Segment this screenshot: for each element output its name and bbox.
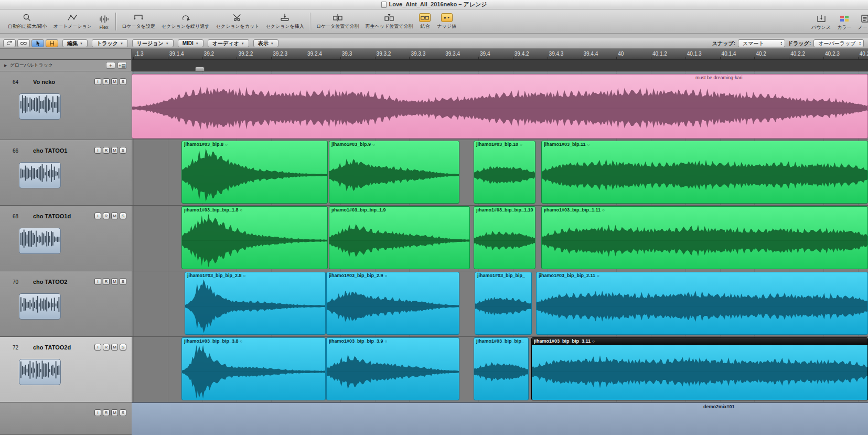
global-track-header[interactable]: ▶ グローバルトラック + +▤ xyxy=(0,60,132,71)
input-monitor-button[interactable]: I xyxy=(94,213,101,219)
toolbar-button-split-loc[interactable]: ロケータ位置で分割 xyxy=(313,12,362,32)
ruler-tick-label: 40.2.2 xyxy=(790,51,805,57)
toolbar-button-cut[interactable]: セクションをカット xyxy=(213,12,263,32)
solo-button[interactable]: S xyxy=(120,344,126,351)
toolbar-button-bounce[interactable]: バウンス xyxy=(808,13,834,33)
menu-表示[interactable]: 表示▼ xyxy=(253,39,278,47)
audio-region-demo2mix[interactable]: demo2mix#01 xyxy=(132,402,868,435)
global-track-lane[interactable] xyxy=(132,60,868,71)
audio-region[interactable]: jihamo1#03_bip_bip_3.8○ xyxy=(181,337,326,400)
mute-button[interactable]: M xyxy=(111,78,118,85)
toolbar-separator xyxy=(115,13,116,30)
insert-icon-box xyxy=(279,13,291,22)
toolbar-button-label: バウンス xyxy=(811,24,831,31)
audio-region[interactable]: jihamo1#03_bip.10○ xyxy=(474,141,535,204)
add-global-track-options-button[interactable]: +▤ xyxy=(117,62,127,69)
menu-トラック[interactable]: トラック▼ xyxy=(92,39,128,47)
marker[interactable] xyxy=(195,67,205,71)
audio-region[interactable]: jihamo1#03_bip_bip_2.11○ xyxy=(536,272,868,335)
toolbar-button-repeat[interactable]: セクションを繰り返す xyxy=(158,12,213,32)
track-lane: jihamo1#03_bip_bip_2.8○jihamo1#03_bip_bi… xyxy=(132,271,868,337)
audio-region[interactable]: jihamo1#03_bip_bip_2.8○ xyxy=(185,272,326,335)
audio-region[interactable]: jihamo1#03_bip_bip_1.11○ xyxy=(541,206,868,269)
solo-button[interactable]: S xyxy=(120,147,126,154)
record-enable-button[interactable]: R xyxy=(103,344,110,351)
toolbar-group: 自動的に拡大/縮小オートメーションFlex xyxy=(4,9,113,33)
toolbar-button-locators[interactable]: ロケータを設定 xyxy=(119,12,158,32)
mute-button[interactable]: M xyxy=(111,344,118,351)
ruler-tick-mark xyxy=(168,57,168,59)
pointer-tool-button[interactable] xyxy=(31,39,44,47)
audio-region[interactable]: jihamo1#03_bip_bip_3.11○ xyxy=(531,337,868,400)
track-header-cho-TATOO2d[interactable]: 72cho TATOO2dIRMS xyxy=(0,337,132,402)
input-monitor-button[interactable]: I xyxy=(94,344,101,351)
audio-region[interactable]: jihamo1#03_bip.8○ xyxy=(181,141,328,204)
audio-region[interactable]: jihamo1#03_bip_bip_ xyxy=(475,272,532,335)
bar-ruler[interactable]: .1.339.1.439.239.2.239.2.339.2.439.339.3… xyxy=(132,49,868,60)
toolbar-button-zoom[interactable]: 自動的に拡大/縮小 xyxy=(5,12,50,32)
disclosure-triangle-icon[interactable]: ▶ xyxy=(4,63,7,68)
menu-リージョン[interactable]: リージョン▼ xyxy=(132,39,174,47)
menu-編集[interactable]: 編集▼ xyxy=(62,39,88,47)
solo-button[interactable]: S xyxy=(120,213,126,219)
audio-region[interactable]: must be dreaming-kari xyxy=(132,74,868,139)
titlebar[interactable]: Love_Aint_All_2016neko – アレンジ xyxy=(0,0,868,9)
audio-region[interactable]: jihamo1#03_bip_bip_ xyxy=(474,337,529,400)
record-enable-button[interactable]: R xyxy=(103,278,110,285)
input-monitor-button[interactable]: I xyxy=(94,409,101,416)
mute-button[interactable]: M xyxy=(111,213,118,219)
track-header-Vo-neko[interactable]: 64Vo nekoIRMS xyxy=(0,71,132,140)
track-header-cho-TATOO2[interactable]: 70cho TATOO2IRMS xyxy=(0,271,132,337)
track-header-cho-TATOO1[interactable]: 66cho TATOO1IRMS xyxy=(0,140,132,206)
record-enable-button[interactable]: R xyxy=(103,213,110,219)
track-header-cho-TATOO1d[interactable]: 68cho TATOO1dIRMS xyxy=(0,206,132,271)
colors-icon-box xyxy=(839,14,850,23)
chevron-down-icon: ▼ xyxy=(241,42,244,45)
toolbar-button-colors[interactable]: カラー xyxy=(834,13,854,33)
toolbar-button-automation[interactable]: オートメーション xyxy=(50,12,95,32)
snap-dropdown[interactable]: スマート▲▼ xyxy=(738,39,785,47)
record-enable-button[interactable]: R xyxy=(103,409,110,416)
drag-dropdown[interactable]: オーバーラップ▲▼ xyxy=(813,39,864,47)
mute-button[interactable]: M xyxy=(111,278,118,285)
audio-region[interactable]: jihamo1#03_bip.9○ xyxy=(329,141,459,204)
menu-MIDI[interactable]: MIDI▼ xyxy=(178,39,203,47)
menu-label: トラック xyxy=(97,40,118,47)
solo-button[interactable]: S xyxy=(120,78,126,85)
toolbar-button-split-head[interactable]: 再生ヘッド位置で分割 xyxy=(362,12,416,32)
toolbar-button-notes[interactable]: ノート xyxy=(855,13,868,33)
mute-button[interactable]: M xyxy=(111,147,118,154)
input-monitor-button[interactable]: I xyxy=(94,78,101,85)
mute-button[interactable]: M xyxy=(111,409,118,416)
input-monitor-button[interactable]: I xyxy=(94,278,101,285)
menu-オーディオ[interactable]: オーディオ▼ xyxy=(208,39,249,47)
audio-region[interactable]: jihamo1#03_bip.11○ xyxy=(541,141,868,204)
audio-region[interactable]: jihamo1#03_bip_bip_3.9○ xyxy=(326,337,459,400)
record-enable-button[interactable]: R xyxy=(103,147,110,154)
audio-region[interactable]: jihamo1#03_bip_bip_1.10 xyxy=(474,206,535,269)
add-global-track-button[interactable]: + xyxy=(106,62,115,69)
toolbar-button-merge[interactable]: 結合 xyxy=(416,12,434,32)
solo-button[interactable]: S xyxy=(120,409,126,416)
link-tool-button[interactable] xyxy=(17,39,30,47)
ruler-tick-mark xyxy=(858,57,859,59)
track-header-buttons: IRMS xyxy=(94,344,126,351)
back-tool-button[interactable] xyxy=(3,39,16,47)
input-monitor-button[interactable]: I xyxy=(94,147,101,154)
record-enable-button[interactable]: R xyxy=(103,78,110,85)
track-header-partial[interactable]: IRMS xyxy=(0,402,132,435)
toolbar-button-flex[interactable]: Flex xyxy=(95,13,113,32)
audio-region[interactable]: jihamo1#03_bip_bip_1.8○ xyxy=(181,206,328,269)
split-head-icon xyxy=(383,13,395,22)
arrange-area[interactable]: demo2mix#01 must be dreaming-karijihamo1… xyxy=(132,71,868,435)
toolbar-group: ロケータを設定セクションを繰り返すセクションをカットセクションを挿入 xyxy=(118,9,308,33)
loop-icon: ○ xyxy=(587,142,590,147)
region-name: jihamo1#03_bip.8○ xyxy=(184,142,228,147)
solo-button[interactable]: S xyxy=(120,278,126,285)
toolbar-button-nudge[interactable]: ナッジ値 xyxy=(434,12,459,32)
htool-tool-button[interactable] xyxy=(46,39,58,47)
audio-region[interactable]: jihamo1#03_bip_bip_1.9 xyxy=(329,206,470,269)
toolbar-button-insert[interactable]: セクションを挿入 xyxy=(262,12,307,32)
track-header-buttons: IRMS xyxy=(94,78,126,85)
audio-region[interactable]: jihamo1#03_bip_bip_2.9○ xyxy=(326,272,459,335)
